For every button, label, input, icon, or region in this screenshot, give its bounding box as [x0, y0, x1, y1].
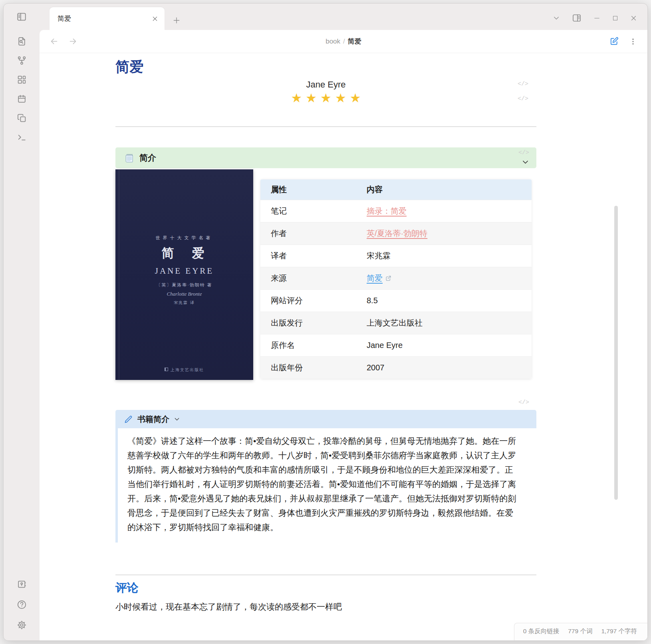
properties-table: 属性 内容 笔记摘录：简爱作者英/夏洛蒂·勃朗特译者宋兆霖来源简爱网站评分8.5…: [260, 179, 532, 380]
property-row: 原作名Jane Eyre: [260, 334, 532, 357]
column-header-property: 属性: [260, 179, 356, 200]
property-row: 出版年份2007: [260, 357, 532, 379]
edit-block-icon[interactable]: </>: [518, 95, 528, 102]
hero-block: Jane Eyre ★★★★★ </> </>: [115, 80, 536, 105]
breadcrumb-parent[interactable]: book: [326, 38, 340, 45]
dashboard-button[interactable]: [17, 75, 27, 85]
property-label: 出版年份: [260, 357, 356, 379]
terminal-button[interactable]: [17, 132, 27, 142]
editor-pane: book/简爱 简爱 Jane Eyre: [40, 30, 647, 640]
status-backlinks[interactable]: 0 条反向链接: [523, 627, 559, 636]
property-value: 2007: [356, 357, 532, 379]
property-row: 笔记摘录：简爱: [260, 200, 532, 223]
publisher-logo-icon: [165, 368, 168, 371]
file-search-button[interactable]: [17, 36, 27, 46]
summary-text: 《简爱》讲述了这样一个故事：简•爱自幼父母双亡，投靠冷酷的舅母，但舅母无情地抛弃…: [115, 428, 536, 543]
templates-button[interactable]: [17, 113, 27, 123]
book-cover-image[interactable]: 世界十大文学名著 简 爱 JANE EYRE 〔英〕夏洛蒂·勃朗特 著 Char…: [115, 169, 253, 380]
tab-bar: 简爱: [4, 4, 647, 30]
property-row: 出版发行上海文艺出版社: [260, 312, 532, 334]
chevron-down-icon: [522, 158, 529, 166]
tab-title: 简爱: [58, 14, 152, 23]
divider: [115, 574, 536, 575]
cover-author: 〔英〕夏洛蒂·勃朗特 著: [115, 282, 253, 288]
status-word-count[interactable]: 779 个词: [568, 627, 592, 636]
breadcrumb-separator: /: [340, 38, 348, 45]
new-tab-button[interactable]: [173, 16, 181, 24]
settings-button[interactable]: [17, 620, 27, 630]
external-link-icon: [385, 275, 392, 282]
panel-left-icon: [16, 12, 27, 22]
intro-callout: 简介 </> 世界十大文学名著 简 爱 JANE EYRE 〔英〕夏洛蒂·勃朗特…: [115, 147, 536, 380]
intro-callout-header[interactable]: 简介: [115, 147, 536, 168]
new-tab-icon: [173, 16, 181, 24]
breadcrumb-current: 简爱: [348, 38, 361, 45]
panel-right-icon: [572, 13, 582, 23]
help-icon: [17, 600, 27, 610]
left-ribbon: [4, 30, 40, 640]
vault-switcher-button[interactable]: [17, 579, 27, 589]
vault-icon: [17, 579, 27, 589]
edit-block-icon[interactable]: </>: [518, 81, 528, 87]
help-button[interactable]: [17, 600, 27, 610]
minimize-window-button[interactable]: [593, 15, 600, 22]
property-label: 来源: [260, 267, 356, 290]
page-title: 简爱: [115, 59, 536, 75]
tab-jane-eyre[interactable]: 简爱: [50, 7, 165, 30]
close-tab-button[interactable]: [152, 16, 158, 22]
cover-translator: 宋兆霖 译: [115, 300, 253, 306]
book-subtitle: Jane Eyre: [115, 80, 536, 90]
property-label: 出版发行: [260, 312, 356, 334]
calendar-icon: [17, 94, 27, 104]
property-label: 笔记: [260, 200, 356, 223]
property-label: 原作名: [260, 334, 356, 357]
scrollbar-thumb[interactable]: [614, 206, 618, 500]
note-content: 简爱 Jane Eyre ★★★★★ </> </>: [115, 53, 536, 614]
external-link[interactable]: 简爱: [367, 274, 383, 282]
status-char-count[interactable]: 1,797 个字符: [601, 627, 637, 636]
close-tab-icon: [152, 16, 158, 22]
view-header: book/简爱: [40, 30, 647, 53]
column-header-content: 内容: [356, 179, 532, 200]
chevron-down-icon: [174, 416, 180, 422]
toggle-left-sidebar-button[interactable]: [16, 12, 27, 22]
graph-view-button[interactable]: [17, 56, 27, 66]
file-search-icon: [17, 36, 27, 46]
property-label: 译者: [260, 245, 356, 267]
cover-author-en: Charlotte Bronte: [115, 291, 253, 297]
property-value: 宋兆霖: [356, 245, 532, 267]
property-value: 英/夏洛蒂·勃朗特: [356, 223, 532, 245]
tab-list-chevron-icon: [553, 14, 560, 22]
settings-gear-icon: [17, 620, 27, 630]
cover-series: 世界十大文学名著: [115, 235, 253, 241]
internal-link[interactable]: 摘录：简爱: [367, 207, 407, 215]
notepad-emoji-icon: [124, 153, 135, 163]
breadcrumb[interactable]: book/简爱: [40, 37, 647, 46]
property-value: 8.5: [356, 290, 532, 312]
property-value: Jane Eyre: [356, 334, 532, 357]
summary-callout: </> 书籍简介 《简爱》讲述了这样一个故事：简•爱自幼父母双亡，投靠冷酷的舅母…: [115, 410, 536, 543]
property-value: 上海文艺出版社: [356, 312, 532, 334]
property-label: 网站评分: [260, 290, 356, 312]
toggle-right-sidebar-button[interactable]: [572, 13, 582, 23]
close-window-button[interactable]: [630, 15, 637, 22]
maximize-window-button[interactable]: [612, 15, 618, 21]
intro-callout-title: 简介: [139, 152, 156, 163]
cover-publisher: 上海文艺出版社: [115, 367, 253, 373]
infobox-body: 笔记摘录：简爱作者英/夏洛蒂·勃朗特译者宋兆霖来源简爱网站评分8.5出版发行上海…: [260, 200, 532, 379]
summary-callout-header[interactable]: 书籍简介: [115, 410, 536, 428]
tab-list-button[interactable]: [553, 14, 560, 22]
status-bar: 0 条反向链接 779 个词 1,797 个字符: [514, 623, 647, 640]
collapse-intro-button[interactable]: [522, 158, 529, 166]
pencil-icon: [124, 415, 133, 423]
maximize-icon: [612, 15, 618, 21]
calendar-button[interactable]: [17, 94, 27, 104]
edit-block-icon[interactable]: </>: [518, 399, 529, 406]
cover-title-cn: 简 爱: [115, 245, 253, 262]
property-value: 简爱: [356, 267, 532, 290]
comments-heading: 评论: [115, 580, 536, 595]
edit-block-icon[interactable]: </>: [518, 149, 529, 156]
internal-link[interactable]: 英/夏洛蒂·勃朗特: [367, 229, 427, 238]
graph-icon: [17, 56, 27, 66]
collapse-summary-button[interactable]: [174, 416, 180, 422]
